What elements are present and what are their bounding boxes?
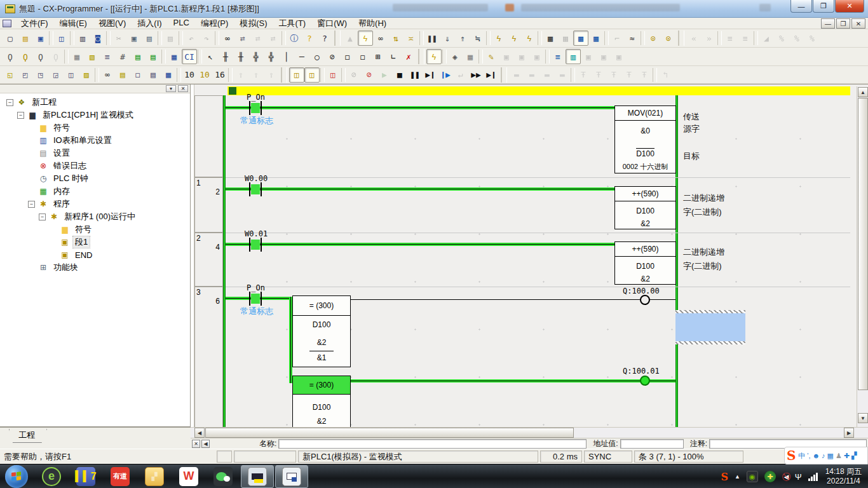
simulator-mode-icon[interactable]: ◫ xyxy=(304,67,320,83)
new-contact-icon[interactable]: ╫ xyxy=(218,49,233,64)
tree-expander-icon[interactable]: − xyxy=(17,112,24,119)
rung-list-icon[interactable]: ≡ xyxy=(100,49,115,64)
ime-mode-icon[interactable]: 中 xyxy=(798,451,805,461)
new-or-closed-contact-icon[interactable]: ╬ xyxy=(264,49,279,64)
new-connector-icon[interactable]: ∟ xyxy=(386,49,401,64)
app-wechat[interactable] xyxy=(207,465,240,488)
split-window-icon[interactable]: ◫ xyxy=(64,67,79,83)
tree-program1-symbols[interactable]: ▆符号 xyxy=(0,223,190,236)
tree-symbols[interactable]: ▆符号 xyxy=(0,121,190,134)
force-on-icon[interactable]: ϟ xyxy=(491,30,506,46)
rung-header-3[interactable]: 3 6 xyxy=(194,287,223,427)
tray-power-plug-icon[interactable]: Ψ xyxy=(795,472,802,482)
compare-warning-icon[interactable]: ≍ xyxy=(403,30,419,46)
ime-emoji-icon[interactable]: ☻ xyxy=(812,452,820,459)
context-help-icon[interactable]: ? xyxy=(317,30,332,46)
ime-skin-icon[interactable]: ▞ xyxy=(851,452,857,460)
watch-window-icon[interactable]: ▦ xyxy=(573,30,588,46)
scroll-down-button[interactable]: ▼ xyxy=(858,413,868,423)
menu-simulation[interactable]: 模拟(S) xyxy=(234,17,273,30)
workspace-pin-button[interactable]: ▾ xyxy=(166,85,176,92)
tree-section-end[interactable]: ▣END xyxy=(0,248,190,261)
edit-cell-icon[interactable]: ✎ xyxy=(484,49,499,64)
new-or-contact-icon[interactable]: ╬ xyxy=(248,49,264,64)
verify-with-plc-icon[interactable]: ≒ xyxy=(470,30,485,46)
menu-plc[interactable]: PLC xyxy=(168,17,195,30)
sim-stop-icon[interactable]: ■ xyxy=(392,67,407,83)
tray-sogou-icon[interactable]: S xyxy=(721,471,728,483)
time-chart-icon[interactable]: ≈ xyxy=(625,30,640,46)
horizontal-scroll-thumb[interactable] xyxy=(205,428,574,438)
simulator-exit-icon[interactable]: ◫ xyxy=(325,67,341,83)
rung0-contact[interactable] xyxy=(249,101,262,115)
address-value-field[interactable] xyxy=(620,439,684,449)
rung3-compare-block-1[interactable]: = (300) D100 &2 &1 xyxy=(292,295,351,367)
upload-from-plc-icon[interactable]: ⇑ xyxy=(455,30,470,46)
minimize-button[interactable]: — xyxy=(790,0,812,13)
ime-keyboard-icon[interactable]: ▦ xyxy=(827,452,834,460)
sim-continuous-run-icon[interactable]: ▶▶ xyxy=(468,67,484,83)
new-inverted-instruction-icon[interactable]: ◻ xyxy=(355,49,370,64)
sim-step-icon[interactable]: ▶❙ xyxy=(423,67,438,83)
operand-bar-collapse-button[interactable]: ◀ xyxy=(201,440,210,448)
pause-monitor-icon[interactable]: ❚❚ xyxy=(424,30,440,46)
tile-vertical-icon[interactable]: ◳ xyxy=(33,67,48,83)
select-mode-icon[interactable]: ↖ xyxy=(203,49,218,64)
cascade-windows-icon[interactable]: ◱ xyxy=(3,67,18,83)
scroll-up-button[interactable]: ▲ xyxy=(858,87,868,97)
tray-clock[interactable]: 14:18 周五 2022/11/4 xyxy=(825,467,862,486)
cross-reference-icon[interactable]: ∞ xyxy=(100,67,115,83)
tree-programs[interactable]: −✱程序 xyxy=(0,198,190,210)
monitor-signed-decimal-icon[interactable]: 10 xyxy=(197,67,212,83)
new-closed-contact-icon[interactable]: ╫ xyxy=(233,49,248,64)
section-list-icon[interactable]: ◻ xyxy=(130,67,146,83)
rung-header-2[interactable]: 2 4 xyxy=(194,233,223,287)
rung2-contact[interactable] xyxy=(249,238,262,252)
app-360-browser[interactable]: e xyxy=(35,465,68,488)
tree-plc-clock[interactable]: ◷PLC 时钟 xyxy=(0,172,190,185)
tree-project[interactable]: −❖新工程 xyxy=(0,96,190,109)
address-ref-tool-icon[interactable]: ▦ xyxy=(161,67,176,83)
save-icon[interactable]: ▣ xyxy=(33,30,48,46)
watch-window2-icon[interactable]: ▦ xyxy=(588,30,604,46)
tray-volume-muted-icon[interactable]: ◄⃠ xyxy=(782,471,789,482)
name-field[interactable] xyxy=(278,439,587,449)
zoom-fit-icon[interactable]: Ϙ xyxy=(18,49,33,64)
tree-plc[interactable]: −▆新PLC1[CP1H] 监视模式 xyxy=(0,109,190,121)
properties-icon[interactable]: ⓘ xyxy=(287,30,302,46)
app-youdao[interactable]: 有道 xyxy=(104,465,137,488)
release-password-icon[interactable]: ⊙ xyxy=(661,30,676,46)
monitor-hex-icon[interactable]: 16 xyxy=(212,67,227,83)
rung2-inc-block[interactable]: ++(590) D100 &2 xyxy=(614,241,676,285)
menu-tools[interactable]: 工具(T) xyxy=(273,17,312,30)
copy-icon[interactable]: ▣ xyxy=(126,30,142,46)
ime-person-icon[interactable]: ♟ xyxy=(836,452,842,460)
menu-window[interactable]: 窗口(W) xyxy=(311,17,353,30)
online-find-icon[interactable]: ∞ xyxy=(373,30,388,46)
new-coil-icon[interactable]: ○ xyxy=(309,49,325,64)
app-cx-programmer[interactable] xyxy=(241,465,274,488)
restore-button[interactable]: ❐ xyxy=(813,0,834,13)
tray-nvidia-icon[interactable]: ◉ xyxy=(747,471,758,482)
new-fb-invocation-icon[interactable]: ⊞ xyxy=(370,49,386,64)
tree-error-log[interactable]: ⊗错误日志 xyxy=(0,159,190,172)
new-horizontal-icon[interactable]: ─ xyxy=(294,49,309,64)
rung-header-0[interactable] xyxy=(194,95,223,177)
sim-pause-icon[interactable]: ❚❚ xyxy=(407,67,423,83)
zoom-select-icon[interactable]: Ϙ xyxy=(3,49,18,64)
menu-file[interactable]: 文件(F) xyxy=(15,17,54,30)
app-cx-one[interactable]: ▍▍7 xyxy=(69,465,102,488)
monitor-decimal-icon[interactable]: 10 xyxy=(182,67,197,83)
rung1-contact[interactable] xyxy=(249,182,262,196)
coil-q10000[interactable] xyxy=(640,295,650,305)
menu-help[interactable]: 帮助(H) xyxy=(353,17,392,30)
tree-expander-icon[interactable]: − xyxy=(6,99,13,106)
rung1-inc-block[interactable]: ++(590) D100 &2 xyxy=(614,186,676,229)
vertical-scroll-thumb[interactable] xyxy=(858,98,868,390)
properties-window-icon[interactable]: ▨ xyxy=(79,67,94,83)
paste-icon[interactable]: ▤ xyxy=(142,30,157,46)
set-password-icon[interactable]: ⊙ xyxy=(646,30,661,46)
app-explorer[interactable]: ▞ xyxy=(138,465,171,488)
simulator-online-icon[interactable]: ◫ xyxy=(289,67,304,83)
close-button[interactable]: ✕ xyxy=(835,0,864,13)
